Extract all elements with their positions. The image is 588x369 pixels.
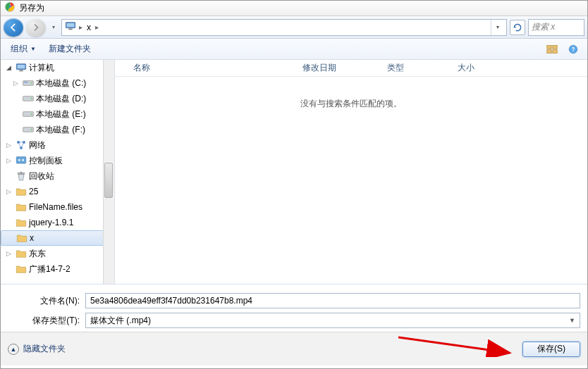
svg-point-27 <box>18 159 20 161</box>
folder-icon <box>16 248 27 259</box>
chrome-icon <box>5 2 19 14</box>
filetype-label: 保存类型(T): <box>8 315 85 327</box>
window-title: 另存为 <box>19 2 44 14</box>
back-button[interactable] <box>4 18 23 37</box>
folder-icon <box>16 201 27 213</box>
svg-rect-12 <box>18 65 25 68</box>
drive-icon <box>23 77 34 89</box>
svg-rect-8 <box>553 49 557 53</box>
svg-rect-6 <box>553 45 557 49</box>
help-button[interactable]: ? <box>565 42 582 57</box>
column-headers: 名称 修改日期 类型 大小 <box>115 60 587 77</box>
svg-point-20 <box>31 113 32 115</box>
forward-button[interactable] <box>26 18 46 37</box>
column-type[interactable]: 类型 <box>381 62 452 74</box>
svg-rect-13 <box>19 70 23 71</box>
tree-item-computer[interactable]: ◢ 计算机 <box>1 60 114 75</box>
svg-rect-15 <box>24 82 27 82</box>
drive-icon <box>23 93 34 104</box>
breadcrumb-chevron-icon: ▸ <box>79 23 82 31</box>
computer-icon <box>16 62 27 73</box>
network-icon <box>16 139 27 151</box>
tree-scrollbar[interactable] <box>103 60 114 284</box>
svg-point-22 <box>31 129 32 130</box>
tree-item-folder[interactable]: 广播14-7-2 <box>1 261 114 277</box>
tree-item-recycle[interactable]: 回收站 <box>1 168 114 184</box>
tree-item-control-panel[interactable]: ▷ 控制面板 <box>1 153 114 168</box>
file-list[interactable]: 名称 修改日期 类型 大小 没有与搜索条件匹配的项。 <box>115 60 587 284</box>
organize-menu[interactable]: 组织 ▼ <box>6 41 40 57</box>
chevron-down-icon: ▼ <box>30 46 36 52</box>
svg-point-18 <box>31 98 32 99</box>
dialog-footer: ▲ 隐藏文件夹 保存(S) <box>1 332 587 365</box>
svg-point-16 <box>31 82 32 84</box>
filename-input[interactable] <box>85 293 580 308</box>
new-folder-button[interactable]: 新建文件夹 <box>44 41 95 57</box>
tree-item-drive-e[interactable]: 本地磁盘 (E:) <box>1 106 114 122</box>
expand-arrow-icon[interactable]: ▷ <box>6 188 13 195</box>
main-area: ◢ 计算机 ▷ 本地磁盘 (C:) 本地磁盘 (D:) 本地磁盘 (E:) 本地… <box>1 60 587 284</box>
column-date[interactable]: 修改日期 <box>297 62 381 74</box>
folder-tree[interactable]: ◢ 计算机 ▷ 本地磁盘 (C:) 本地磁盘 (D:) 本地磁盘 (E:) 本地… <box>1 60 115 284</box>
tree-item-drive-f[interactable]: 本地磁盘 (F:) <box>1 122 114 137</box>
expand-arrow-icon[interactable]: ▷ <box>6 142 13 149</box>
column-name[interactable]: 名称 <box>128 62 297 74</box>
tree-item-folder[interactable]: ▷ 25 <box>1 184 114 199</box>
computer-icon <box>65 21 76 33</box>
chevron-down-icon: ▼ <box>569 317 575 324</box>
expand-arrow-icon[interactable]: ▷ <box>6 250 13 257</box>
toolbar: 组织 ▼ 新建文件夹 ? <box>1 39 587 60</box>
tree-item-folder-x[interactable]: x <box>1 230 114 246</box>
search-placeholder: 搜索 x <box>532 21 555 33</box>
nav-history-dropdown[interactable]: ▾ <box>49 18 59 37</box>
tree-item-folder[interactable]: FileName.files <box>1 199 114 215</box>
breadcrumb-chevron-icon: ▸ <box>95 23 99 31</box>
drive-icon <box>23 108 34 120</box>
search-input[interactable]: 搜索 x <box>528 19 584 36</box>
svg-rect-30 <box>20 172 23 173</box>
nav-bar: ▾ ▸ x ▸ ▾ 搜索 x <box>1 16 587 39</box>
filetype-dropdown[interactable]: 媒体文件 (.mp4) ▼ <box>85 313 580 328</box>
svg-rect-7 <box>547 49 551 53</box>
collapse-arrow-icon: ▲ <box>8 344 19 355</box>
svg-text:?: ? <box>572 46 575 52</box>
tree-item-network[interactable]: ▷ 网络 <box>1 137 114 153</box>
view-options-button[interactable] <box>544 42 561 57</box>
svg-point-28 <box>22 159 24 161</box>
scrollbar-thumb[interactable] <box>104 163 113 198</box>
save-fields: 文件名(N): 保存类型(T): 媒体文件 (.mp4) ▼ <box>1 284 587 332</box>
tree-item-drive-c[interactable]: ▷ 本地磁盘 (C:) <box>1 75 114 91</box>
expand-arrow-icon[interactable]: ▷ <box>6 157 13 164</box>
svg-rect-29 <box>18 173 24 174</box>
folder-icon <box>16 217 27 228</box>
title-bar: 另存为 <box>1 1 587 16</box>
tree-item-folder[interactable]: jquery-1.9.1 <box>1 215 114 230</box>
svg-rect-26 <box>16 157 25 163</box>
svg-rect-5 <box>547 45 551 49</box>
save-button[interactable]: 保存(S) <box>522 342 580 357</box>
folder-icon <box>16 232 27 244</box>
drive-icon <box>23 124 34 135</box>
svg-rect-4 <box>68 28 72 30</box>
svg-rect-3 <box>67 23 75 27</box>
folder-icon <box>16 186 27 197</box>
breadcrumb-item[interactable]: x <box>85 23 92 32</box>
hide-folders-toggle[interactable]: ▲ 隐藏文件夹 <box>8 343 66 355</box>
column-size[interactable]: 大小 <box>452 62 508 74</box>
address-dropdown[interactable]: ▾ <box>491 20 503 35</box>
empty-folder-message: 没有与搜索条件匹配的项。 <box>115 77 587 110</box>
refresh-button[interactable] <box>510 20 525 35</box>
svg-line-31 <box>398 337 510 353</box>
expand-arrow-icon[interactable]: ▷ <box>13 80 20 87</box>
tree-item-drive-d[interactable]: 本地磁盘 (D:) <box>1 91 114 106</box>
folder-icon <box>16 263 27 275</box>
expand-arrow-icon[interactable]: ◢ <box>6 64 13 71</box>
filename-label: 文件名(N): <box>8 295 85 307</box>
annotation-arrow-icon <box>398 336 518 357</box>
recycle-bin-icon <box>16 170 27 182</box>
address-bar[interactable]: ▸ x ▸ ▾ <box>61 19 507 36</box>
control-panel-icon <box>16 155 27 166</box>
tree-item-folder[interactable]: ▷ 东东 <box>1 246 114 261</box>
